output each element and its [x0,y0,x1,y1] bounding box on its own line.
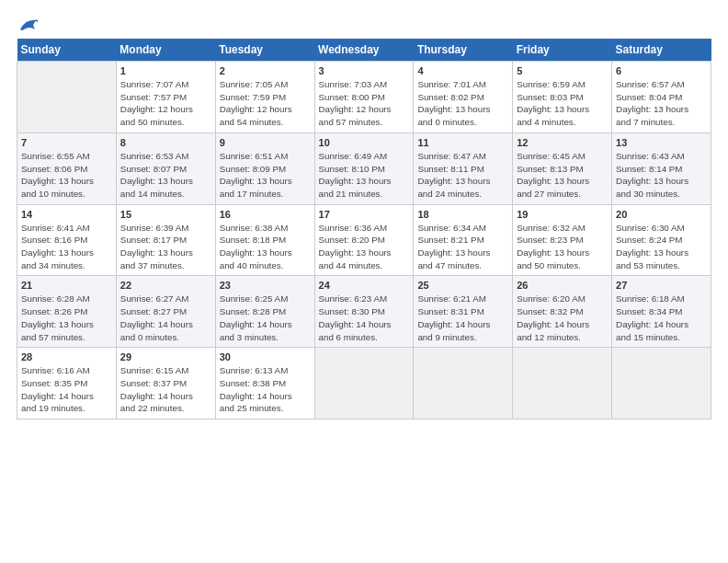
day-info: Sunrise: 6:27 AM Sunset: 8:27 PM Dayligh… [120,293,211,343]
col-header-thursday: Thursday [414,39,513,62]
day-info: Sunrise: 6:30 AM Sunset: 8:24 PM Dayligh… [616,222,707,272]
day-info: Sunrise: 6:39 AM Sunset: 8:17 PM Dayligh… [120,222,211,272]
calendar-cell: 2Sunrise: 7:05 AM Sunset: 7:59 PM Daylig… [215,62,314,133]
calendar-row-2: 14Sunrise: 6:41 AM Sunset: 8:16 PM Dayli… [17,204,711,276]
calendar-cell: 10Sunrise: 6:49 AM Sunset: 8:10 PM Dayli… [314,132,414,204]
calendar-cell [314,348,414,419]
calendar-cell: 6Sunrise: 6:57 AM Sunset: 8:04 PM Daylig… [612,62,711,133]
col-header-wednesday: Wednesday [314,39,414,62]
day-number: 1 [120,65,211,76]
day-info: Sunrise: 6:13 AM Sunset: 8:38 PM Dayligh… [220,364,311,415]
calendar-cell: 22Sunrise: 6:27 AM Sunset: 8:27 PM Dayli… [116,276,215,348]
day-number: 23 [220,280,311,291]
calendar-cell [17,62,117,133]
calendar-cell: 26Sunrise: 6:20 AM Sunset: 8:32 PM Dayli… [513,276,612,348]
day-info: Sunrise: 6:51 AM Sunset: 8:09 PM Dayligh… [220,150,311,201]
day-info: Sunrise: 6:47 AM Sunset: 8:11 PM Dayligh… [417,150,508,201]
day-info: Sunrise: 6:36 AM Sunset: 8:20 PM Dayligh… [319,222,410,272]
calendar-cell: 27Sunrise: 6:18 AM Sunset: 8:34 PM Dayli… [612,276,711,348]
day-number: 21 [21,280,112,291]
day-number: 17 [319,209,410,220]
col-header-saturday: Saturday [612,39,711,62]
day-number: 11 [417,137,508,148]
day-info: Sunrise: 7:05 AM Sunset: 7:59 PM Dayligh… [220,78,311,129]
calendar-cell: 5Sunrise: 6:59 AM Sunset: 8:03 PM Daylig… [513,62,612,133]
day-info: Sunrise: 6:53 AM Sunset: 8:07 PM Dayligh… [120,150,211,201]
day-number: 16 [220,209,311,220]
calendar-cell: 30Sunrise: 6:13 AM Sunset: 8:38 PM Dayli… [215,348,314,419]
calendar-cell: 25Sunrise: 6:21 AM Sunset: 8:31 PM Dayli… [414,276,513,348]
calendar-cell: 17Sunrise: 6:36 AM Sunset: 8:20 PM Dayli… [314,204,414,276]
calendar-cell: 18Sunrise: 6:34 AM Sunset: 8:21 PM Dayli… [414,204,513,276]
day-info: Sunrise: 6:45 AM Sunset: 8:13 PM Dayligh… [517,150,608,201]
day-info: Sunrise: 6:25 AM Sunset: 8:28 PM Dayligh… [220,293,311,343]
calendar-cell: 20Sunrise: 6:30 AM Sunset: 8:24 PM Dayli… [612,204,711,276]
calendar-cell: 4Sunrise: 7:01 AM Sunset: 8:02 PM Daylig… [414,62,513,133]
day-info: Sunrise: 6:15 AM Sunset: 8:37 PM Dayligh… [120,364,211,415]
day-info: Sunrise: 7:03 AM Sunset: 8:00 PM Dayligh… [319,78,410,129]
day-number: 5 [517,65,608,76]
day-info: Sunrise: 6:18 AM Sunset: 8:34 PM Dayligh… [616,293,707,343]
calendar-cell: 14Sunrise: 6:41 AM Sunset: 8:16 PM Dayli… [17,204,117,276]
calendar-cell: 13Sunrise: 6:43 AM Sunset: 8:14 PM Dayli… [612,132,711,204]
calendar-cell [414,348,513,419]
calendar-cell: 21Sunrise: 6:28 AM Sunset: 8:26 PM Dayli… [17,276,117,348]
calendar-cell [513,348,612,419]
day-info: Sunrise: 6:38 AM Sunset: 8:18 PM Dayligh… [220,222,311,272]
day-info: Sunrise: 6:34 AM Sunset: 8:21 PM Dayligh… [417,222,508,272]
calendar-cell: 8Sunrise: 6:53 AM Sunset: 8:07 PM Daylig… [116,132,215,204]
day-number: 14 [21,209,112,220]
col-header-tuesday: Tuesday [215,39,314,62]
calendar-cell: 1Sunrise: 7:07 AM Sunset: 7:57 PM Daylig… [116,62,215,133]
day-number: 12 [517,137,608,148]
day-number: 30 [220,351,311,362]
day-number: 20 [616,209,707,220]
day-number: 3 [319,65,410,76]
calendar-row-0: 1Sunrise: 7:07 AM Sunset: 7:57 PM Daylig… [17,62,711,133]
day-number: 10 [319,137,410,148]
calendar-row-1: 7Sunrise: 6:55 AM Sunset: 8:06 PM Daylig… [17,132,711,204]
day-number: 15 [120,209,211,220]
calendar-cell: 28Sunrise: 6:16 AM Sunset: 8:35 PM Dayli… [17,348,117,419]
col-header-sunday: Sunday [17,39,117,62]
day-info: Sunrise: 6:57 AM Sunset: 8:04 PM Dayligh… [616,78,707,129]
day-number: 8 [120,137,211,148]
calendar-cell: 12Sunrise: 6:45 AM Sunset: 8:13 PM Dayli… [513,132,612,204]
calendar-cell: 15Sunrise: 6:39 AM Sunset: 8:17 PM Dayli… [116,204,215,276]
calendar-cell: 11Sunrise: 6:47 AM Sunset: 8:11 PM Dayli… [414,132,513,204]
day-info: Sunrise: 7:07 AM Sunset: 7:57 PM Dayligh… [120,78,211,129]
day-number: 18 [417,209,508,220]
day-info: Sunrise: 6:20 AM Sunset: 8:32 PM Dayligh… [517,293,608,343]
calendar-cell: 23Sunrise: 6:25 AM Sunset: 8:28 PM Dayli… [215,276,314,348]
day-info: Sunrise: 6:55 AM Sunset: 8:06 PM Dayligh… [21,150,112,201]
calendar-row-4: 28Sunrise: 6:16 AM Sunset: 8:35 PM Dayli… [17,348,711,419]
col-header-friday: Friday [513,39,612,62]
day-number: 13 [616,137,707,148]
day-number: 24 [319,280,410,291]
day-info: Sunrise: 6:16 AM Sunset: 8:35 PM Dayligh… [21,364,112,415]
header-row: SundayMondayTuesdayWednesdayThursdayFrid… [17,39,711,62]
day-number: 25 [417,280,508,291]
day-info: Sunrise: 6:59 AM Sunset: 8:03 PM Dayligh… [517,78,608,129]
day-info: Sunrise: 6:32 AM Sunset: 8:23 PM Dayligh… [517,222,608,272]
calendar-cell: 19Sunrise: 6:32 AM Sunset: 8:23 PM Dayli… [513,204,612,276]
day-number: 4 [417,65,508,76]
logo [17,17,39,33]
day-number: 28 [21,351,112,362]
day-info: Sunrise: 6:23 AM Sunset: 8:30 PM Dayligh… [319,293,410,343]
day-info: Sunrise: 6:41 AM Sunset: 8:16 PM Dayligh… [21,222,112,272]
day-info: Sunrise: 6:49 AM Sunset: 8:10 PM Dayligh… [319,150,410,201]
col-header-monday: Monday [116,39,215,62]
logo-bird-icon [18,17,39,33]
day-info: Sunrise: 7:01 AM Sunset: 8:02 PM Dayligh… [417,78,508,129]
calendar-table: SundayMondayTuesdayWednesdayThursdayFrid… [17,39,711,419]
day-info: Sunrise: 6:43 AM Sunset: 8:14 PM Dayligh… [616,150,707,201]
day-number: 26 [517,280,608,291]
calendar-row-3: 21Sunrise: 6:28 AM Sunset: 8:26 PM Dayli… [17,276,711,348]
day-number: 9 [220,137,311,148]
day-number: 7 [21,137,112,148]
header [17,17,711,33]
calendar-cell: 9Sunrise: 6:51 AM Sunset: 8:09 PM Daylig… [215,132,314,204]
calendar-cell [612,348,711,419]
calendar-cell: 24Sunrise: 6:23 AM Sunset: 8:30 PM Dayli… [314,276,414,348]
